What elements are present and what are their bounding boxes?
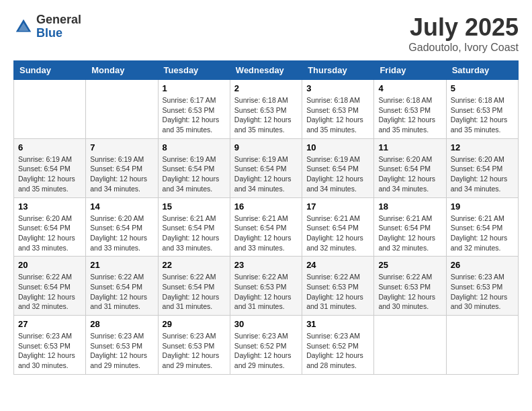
day-number: 28 bbox=[90, 319, 153, 329]
calendar-cell: 25Sunrise: 6:22 AM Sunset: 6:53 PM Dayli… bbox=[374, 257, 446, 316]
calendar-cell: 31Sunrise: 6:23 AM Sunset: 6:52 PM Dayli… bbox=[302, 316, 374, 375]
day-number: 7 bbox=[90, 142, 153, 152]
day-info: Sunrise: 6:18 AM Sunset: 6:53 PM Dayligh… bbox=[378, 95, 441, 135]
calendar-cell: 19Sunrise: 6:21 AM Sunset: 6:54 PM Dayli… bbox=[446, 197, 518, 257]
location-title: Gadoutolo, Ivory Coast bbox=[408, 42, 519, 54]
calendar-cell: 3Sunrise: 6:18 AM Sunset: 6:53 PM Daylig… bbox=[302, 80, 374, 139]
calendar-cell bbox=[374, 316, 446, 375]
calendar-cell: 2Sunrise: 6:18 AM Sunset: 6:53 PM Daylig… bbox=[230, 80, 302, 139]
day-number: 25 bbox=[378, 260, 441, 270]
logo-text: General Blue bbox=[36, 13, 81, 40]
calendar-cell: 20Sunrise: 6:22 AM Sunset: 6:54 PM Dayli… bbox=[14, 257, 86, 316]
day-number: 12 bbox=[451, 142, 514, 152]
day-number: 15 bbox=[163, 201, 226, 212]
day-number: 18 bbox=[378, 201, 441, 212]
logo-general: General bbox=[36, 13, 81, 27]
calendar-cell: 10Sunrise: 6:19 AM Sunset: 6:54 PM Dayli… bbox=[302, 138, 374, 197]
calendar-cell: 6Sunrise: 6:19 AM Sunset: 6:54 PM Daylig… bbox=[14, 138, 86, 197]
day-number: 21 bbox=[90, 260, 153, 270]
day-info: Sunrise: 6:22 AM Sunset: 6:54 PM Dayligh… bbox=[163, 272, 226, 312]
day-number: 10 bbox=[306, 142, 369, 152]
day-info: Sunrise: 6:23 AM Sunset: 6:52 PM Dayligh… bbox=[306, 331, 369, 371]
day-info: Sunrise: 6:18 AM Sunset: 6:53 PM Dayligh… bbox=[306, 95, 369, 135]
calendar-cell: 9Sunrise: 6:19 AM Sunset: 6:54 PM Daylig… bbox=[230, 138, 302, 197]
day-number: 29 bbox=[163, 319, 226, 329]
calendar-cell: 29Sunrise: 6:23 AM Sunset: 6:53 PM Dayli… bbox=[158, 316, 230, 375]
day-info: Sunrise: 6:20 AM Sunset: 6:54 PM Dayligh… bbox=[451, 154, 514, 194]
weekday-header-row: SundayMondayTuesdayWednesdayThursdayFrid… bbox=[14, 61, 519, 80]
day-info: Sunrise: 6:21 AM Sunset: 6:54 PM Dayligh… bbox=[378, 214, 441, 253]
weekday-header: Monday bbox=[86, 61, 158, 80]
day-number: 1 bbox=[163, 83, 226, 93]
day-info: Sunrise: 6:19 AM Sunset: 6:54 PM Dayligh… bbox=[163, 154, 226, 194]
day-info: Sunrise: 6:19 AM Sunset: 6:54 PM Dayligh… bbox=[306, 154, 369, 194]
calendar-cell bbox=[14, 80, 86, 139]
day-number: 17 bbox=[306, 201, 369, 212]
calendar-cell: 7Sunrise: 6:19 AM Sunset: 6:54 PM Daylig… bbox=[86, 138, 158, 197]
day-info: Sunrise: 6:19 AM Sunset: 6:54 PM Dayligh… bbox=[18, 154, 81, 194]
day-info: Sunrise: 6:18 AM Sunset: 6:53 PM Dayligh… bbox=[451, 95, 514, 135]
day-number: 24 bbox=[306, 260, 369, 270]
weekday-header: Saturday bbox=[446, 61, 518, 80]
day-number: 26 bbox=[451, 260, 514, 270]
logo-blue: Blue bbox=[36, 27, 81, 40]
day-info: Sunrise: 6:19 AM Sunset: 6:54 PM Dayligh… bbox=[234, 154, 298, 194]
weekday-header: Friday bbox=[374, 61, 446, 80]
day-info: Sunrise: 6:18 AM Sunset: 6:53 PM Dayligh… bbox=[234, 95, 298, 135]
calendar-cell: 1Sunrise: 6:17 AM Sunset: 6:53 PM Daylig… bbox=[158, 80, 230, 139]
day-number: 6 bbox=[18, 142, 81, 152]
day-info: Sunrise: 6:19 AM Sunset: 6:54 PM Dayligh… bbox=[90, 154, 153, 194]
weekday-header: Wednesday bbox=[230, 61, 302, 80]
calendar-week-row: 6Sunrise: 6:19 AM Sunset: 6:54 PM Daylig… bbox=[14, 138, 519, 197]
calendar-cell bbox=[86, 80, 158, 139]
day-info: Sunrise: 6:23 AM Sunset: 6:53 PM Dayligh… bbox=[451, 272, 514, 312]
day-info: Sunrise: 6:20 AM Sunset: 6:54 PM Dayligh… bbox=[378, 154, 441, 194]
calendar-cell: 14Sunrise: 6:20 AM Sunset: 6:54 PM Dayli… bbox=[86, 197, 158, 257]
calendar-cell bbox=[446, 316, 518, 375]
calendar-cell: 5Sunrise: 6:18 AM Sunset: 6:53 PM Daylig… bbox=[446, 80, 518, 139]
day-number: 9 bbox=[234, 142, 298, 152]
day-number: 22 bbox=[163, 260, 226, 270]
calendar-cell: 22Sunrise: 6:22 AM Sunset: 6:54 PM Dayli… bbox=[158, 257, 230, 316]
day-info: Sunrise: 6:21 AM Sunset: 6:54 PM Dayligh… bbox=[163, 214, 226, 253]
day-number: 2 bbox=[234, 83, 298, 93]
calendar-week-row: 20Sunrise: 6:22 AM Sunset: 6:54 PM Dayli… bbox=[14, 257, 519, 316]
day-info: Sunrise: 6:22 AM Sunset: 6:53 PM Dayligh… bbox=[378, 272, 441, 312]
day-number: 31 bbox=[306, 319, 369, 329]
calendar-cell: 17Sunrise: 6:21 AM Sunset: 6:54 PM Dayli… bbox=[302, 197, 374, 257]
day-info: Sunrise: 6:23 AM Sunset: 6:53 PM Dayligh… bbox=[18, 331, 81, 371]
day-info: Sunrise: 6:21 AM Sunset: 6:54 PM Dayligh… bbox=[306, 214, 369, 253]
calendar-week-row: 27Sunrise: 6:23 AM Sunset: 6:53 PM Dayli… bbox=[14, 316, 519, 375]
calendar-cell: 11Sunrise: 6:20 AM Sunset: 6:54 PM Dayli… bbox=[374, 138, 446, 197]
day-number: 16 bbox=[234, 201, 298, 212]
calendar-cell: 16Sunrise: 6:21 AM Sunset: 6:54 PM Dayli… bbox=[230, 197, 302, 257]
day-info: Sunrise: 6:20 AM Sunset: 6:54 PM Dayligh… bbox=[18, 214, 81, 253]
calendar-cell: 28Sunrise: 6:23 AM Sunset: 6:53 PM Dayli… bbox=[86, 316, 158, 375]
day-number: 14 bbox=[90, 201, 153, 212]
day-info: Sunrise: 6:22 AM Sunset: 6:54 PM Dayligh… bbox=[18, 272, 81, 312]
day-number: 3 bbox=[306, 83, 369, 93]
weekday-header: Thursday bbox=[302, 61, 374, 80]
page-header: General Blue July 2025 Gadoutolo, Ivory … bbox=[13, 13, 519, 54]
day-info: Sunrise: 6:20 AM Sunset: 6:54 PM Dayligh… bbox=[90, 214, 153, 253]
day-number: 20 bbox=[18, 260, 81, 270]
calendar-week-row: 13Sunrise: 6:20 AM Sunset: 6:54 PM Dayli… bbox=[14, 197, 519, 257]
day-number: 8 bbox=[163, 142, 226, 152]
day-info: Sunrise: 6:21 AM Sunset: 6:54 PM Dayligh… bbox=[451, 214, 514, 253]
day-number: 27 bbox=[18, 319, 81, 329]
day-number: 4 bbox=[378, 83, 441, 93]
calendar-cell: 23Sunrise: 6:22 AM Sunset: 6:53 PM Dayli… bbox=[230, 257, 302, 316]
logo: General Blue bbox=[13, 13, 81, 40]
day-number: 23 bbox=[234, 260, 298, 270]
day-info: Sunrise: 6:23 AM Sunset: 6:53 PM Dayligh… bbox=[163, 331, 226, 371]
day-info: Sunrise: 6:21 AM Sunset: 6:54 PM Dayligh… bbox=[234, 214, 298, 253]
day-number: 30 bbox=[234, 319, 298, 329]
day-number: 11 bbox=[378, 142, 441, 152]
calendar-table: SundayMondayTuesdayWednesdayThursdayFrid… bbox=[13, 60, 519, 375]
day-info: Sunrise: 6:23 AM Sunset: 6:53 PM Dayligh… bbox=[90, 331, 153, 371]
calendar-week-row: 1Sunrise: 6:17 AM Sunset: 6:53 PM Daylig… bbox=[14, 80, 519, 139]
weekday-header: Tuesday bbox=[158, 61, 230, 80]
calendar-cell: 26Sunrise: 6:23 AM Sunset: 6:53 PM Dayli… bbox=[446, 257, 518, 316]
day-number: 5 bbox=[451, 83, 514, 93]
calendar-cell: 21Sunrise: 6:22 AM Sunset: 6:54 PM Dayli… bbox=[86, 257, 158, 316]
